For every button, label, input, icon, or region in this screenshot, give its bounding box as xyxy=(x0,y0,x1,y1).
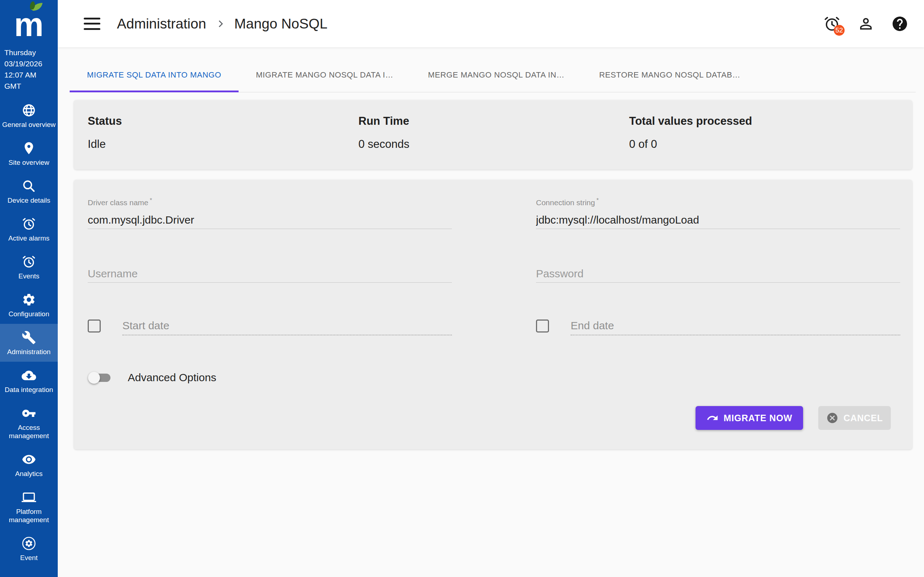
status-col-run-time: Run Time0 seconds xyxy=(359,115,629,151)
gear-circle-icon xyxy=(22,536,36,551)
end-date-input[interactable] xyxy=(571,317,900,335)
breadcrumb-administration[interactable]: Administration xyxy=(117,16,206,32)
sidebar-item-general-overview[interactable]: General overview xyxy=(0,97,58,134)
start-date-row xyxy=(88,317,452,335)
wrench-icon xyxy=(22,330,36,345)
alarm-icon xyxy=(22,217,36,231)
form-row-dates xyxy=(88,317,900,335)
sidebar-item-label: Events xyxy=(18,272,39,280)
sidebar-item-access-management[interactable]: Access management xyxy=(0,400,58,446)
top-bar: Administration Mango NoSQL 52 xyxy=(58,0,924,47)
sidebar-item-events[interactable]: Events xyxy=(0,248,58,286)
required-marker: * xyxy=(596,197,598,203)
sidebar-item-label: Administration xyxy=(7,348,50,356)
sidebar-item-label: General overview xyxy=(2,121,56,129)
status-col-label: Status xyxy=(88,115,359,128)
help-icon xyxy=(891,15,908,32)
datetime-date: 03/19/2026 xyxy=(4,58,53,69)
sidebar-item-analytics[interactable]: Analytics xyxy=(0,446,58,484)
end-date-checkbox[interactable] xyxy=(536,319,549,332)
sidebar-item-label: Active alarms xyxy=(8,234,50,242)
tab-migrate-sql-data-into-mango[interactable]: MIGRATE SQL DATA INTO MANGO xyxy=(69,47,239,92)
connection-string-field: Connection string* xyxy=(536,180,900,229)
sidebar-item-label: Event xyxy=(20,554,38,562)
gear-icon xyxy=(22,292,36,307)
tab-merge-mango-nosql-data-in[interactable]: MERGE MANGO NOSQL DATA IN… xyxy=(411,47,582,92)
sidebar-datetime: Thursday 03/19/2026 12:07 AM GMT xyxy=(0,43,58,97)
migrate-now-label: MIGRATE NOW xyxy=(724,413,792,423)
breadcrumb: Administration Mango NoSQL xyxy=(117,16,327,32)
search-icon xyxy=(22,179,36,193)
sidebar-item-label: Configuration xyxy=(8,310,49,318)
status-col-label: Run Time xyxy=(359,115,629,128)
datetime-weekday: Thursday xyxy=(4,47,53,58)
sidebar-item-configuration[interactable]: Configuration xyxy=(0,286,58,324)
tab-restore-mango-nosql-datab[interactable]: RESTORE MANGO NOSQL DATAB… xyxy=(582,47,758,92)
help-button[interactable] xyxy=(891,15,909,33)
data-integration-icon xyxy=(22,368,36,383)
sidebar-item-device-details[interactable]: Device details xyxy=(0,172,58,210)
sidebar-item-data-integration[interactable]: Data integration xyxy=(0,362,58,400)
mango-logo-icon: m xyxy=(6,2,51,42)
toggle-knob xyxy=(88,372,100,384)
menu-icon[interactable] xyxy=(84,18,100,30)
status-col-label: Total values processed xyxy=(629,115,900,128)
required-marker: * xyxy=(150,197,152,203)
form-row-credentials xyxy=(88,261,900,283)
status-col-status: StatusIdle xyxy=(88,115,359,151)
status-col-value: 0 seconds xyxy=(359,138,629,151)
driver-class-input[interactable] xyxy=(88,211,452,229)
status-col-value: 0 of 0 xyxy=(629,138,900,151)
connection-string-input[interactable] xyxy=(536,211,900,229)
sidebar-item-label: Platform management xyxy=(2,508,56,524)
person-icon xyxy=(857,15,874,32)
tab-migrate-mango-nosql-data-i[interactable]: MIGRATE MANGO NOSQL DATA I… xyxy=(239,47,411,92)
start-date-checkbox[interactable] xyxy=(88,319,101,332)
alarms-button[interactable]: 52 xyxy=(823,15,841,33)
chevron-right-icon xyxy=(214,18,226,30)
location-pin-icon xyxy=(22,141,36,155)
mango-logo[interactable]: m xyxy=(0,0,58,43)
globe-icon xyxy=(22,103,36,118)
sidebar-item-label: Access management xyxy=(2,423,56,440)
eye-icon xyxy=(22,452,36,467)
main-content: MIGRATE SQL DATA INTO MANGOMIGRATE MANGO… xyxy=(58,47,924,577)
sidebar-item-label: Device details xyxy=(8,196,50,205)
alarm-icon xyxy=(22,255,36,269)
end-date-row xyxy=(536,317,900,335)
cancel-button[interactable]: CANCEL xyxy=(818,406,891,430)
driver-class-field: Driver class name* xyxy=(88,180,452,229)
username-input[interactable] xyxy=(88,265,452,283)
form-buttons: MIGRATE NOW CANCEL xyxy=(88,406,900,430)
advanced-options-toggle[interactable] xyxy=(89,374,110,382)
cancel-circle-icon xyxy=(826,412,838,424)
topbar-actions: 52 xyxy=(823,15,909,33)
advanced-options-row: Advanced Options xyxy=(88,371,900,384)
user-button[interactable] xyxy=(857,15,875,33)
migrate-now-button[interactable]: MIGRATE NOW xyxy=(696,406,803,430)
advanced-options-label: Advanced Options xyxy=(128,371,216,384)
migration-form: Driver class name* Connection string* xyxy=(74,180,912,449)
status-panel: StatusIdleRun Time0 secondsTotal values … xyxy=(74,100,912,169)
sidebar-item-platform-management[interactable]: Platform management xyxy=(0,484,58,530)
sidebar-item-label: Analytics xyxy=(15,469,43,478)
monitor-icon xyxy=(22,490,36,504)
status-col-total-values-processed: Total values processed0 of 0 xyxy=(629,115,900,151)
datetime-timezone: GMT xyxy=(4,81,53,92)
form-row-connection: Driver class name* Connection string* xyxy=(88,180,900,229)
sidebar-item-label: Site overview xyxy=(9,158,50,167)
sidebar-item-active-alarms[interactable]: Active alarms xyxy=(0,210,58,248)
alarm-count-badge: 52 xyxy=(834,25,845,36)
password-input[interactable] xyxy=(536,265,900,283)
tabs-row: MIGRATE SQL DATA INTO MANGOMIGRATE MANGO… xyxy=(69,47,916,92)
sidebar-item-label: Data integration xyxy=(5,385,53,394)
sidebar-item-site-overview[interactable]: Site overview xyxy=(0,134,58,172)
driver-class-label: Driver class name* xyxy=(88,196,452,207)
start-date-input[interactable] xyxy=(122,317,452,335)
sidebar-item-event[interactable]: Event xyxy=(0,530,58,567)
page-title: Mango NoSQL xyxy=(234,16,327,32)
connection-string-label: Connection string* xyxy=(536,196,900,207)
sidebar-item-administration[interactable]: Administration xyxy=(0,324,58,362)
status-grid: StatusIdleRun Time0 secondsTotal values … xyxy=(74,100,912,151)
status-col-value: Idle xyxy=(88,138,359,151)
